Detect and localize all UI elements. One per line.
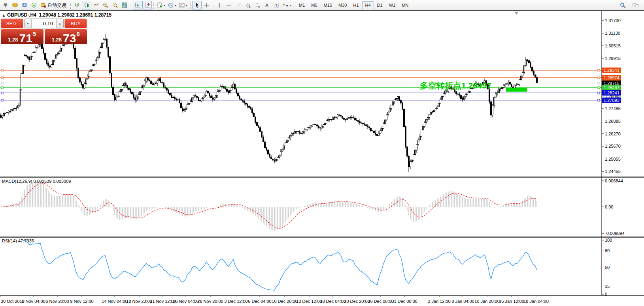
zoom-out-icon <box>112 2 118 8</box>
chat-button[interactable] <box>631 1 641 9</box>
text-icon: A <box>264 2 270 8</box>
sell-button[interactable]: SELL <box>1 19 23 28</box>
macd-pane-label: MACD(12,26,9) 0.002539 0.003009 <box>2 179 71 184</box>
auto-scroll-button[interactable] <box>133 1 142 9</box>
timeframe-M30[interactable]: M30 <box>335 1 350 9</box>
templates-button[interactable]: ▾ <box>178 1 189 9</box>
chevron-down-icon: ▾ <box>289 4 291 7</box>
buy-price-pip: 6 <box>76 31 79 37</box>
toolbar-separator <box>153 2 154 9</box>
timeframe-W1[interactable]: W1 <box>386 1 399 9</box>
timeframe-M15[interactable]: M15 <box>321 1 335 9</box>
order-icon <box>12 2 18 8</box>
chart-title: ▲GBPUSD-,H4 1.29048 1.29082 1.28691 1.28… <box>2 12 111 18</box>
equidistant-channel-icon: E <box>245 2 251 8</box>
sell-price-tile[interactable]: 1.28 71 5 <box>1 29 43 44</box>
sell-price-big: 71 <box>19 33 32 43</box>
horizontal-line-button[interactable] <box>224 1 234 9</box>
signals-button[interactable] <box>29 1 39 9</box>
candlestick-chart-button[interactable] <box>82 1 91 9</box>
fibonacci-icon: F <box>254 2 261 8</box>
bar-chart-button[interactable] <box>72 1 82 9</box>
cursor-icon <box>194 2 200 8</box>
sell-price-prefix: 1.28 <box>8 36 18 43</box>
arrows-button[interactable]: ▾ <box>281 1 292 9</box>
rsi-value: 47.7935 <box>18 238 34 243</box>
chevron-down-icon: ▾ <box>186 4 187 7</box>
cursor-button[interactable] <box>192 1 202 9</box>
new-order-button[interactable]: 单 <box>1 1 10 9</box>
line-chart-button[interactable] <box>91 1 101 9</box>
volume-increase-button[interactable]: ▲ <box>56 19 63 28</box>
horizontal-line-icon <box>226 2 232 8</box>
symbol-period-label: GBPUSD-,H4 <box>7 12 36 18</box>
volume-decrease-button[interactable]: ▼ <box>25 19 32 28</box>
templates-icon <box>179 2 185 8</box>
chart-annotation-text[interactable]: 多空转折点1.28497 <box>420 80 491 91</box>
one-click-trading-panel: SELL ▼ ▲ BUY 1.28 71 5 1.28 73 6 <box>1 19 87 44</box>
indicators-icon <box>157 2 163 8</box>
indicators-button[interactable]: ▾ <box>155 1 166 9</box>
toolbar-right <box>618 1 643 9</box>
chart-canvas[interactable] <box>0 0 644 306</box>
terminal-button[interactable] <box>20 1 29 9</box>
rsi-pane-label: RSI(14) 47.7935 <box>2 238 34 243</box>
toolbar-separator <box>190 2 191 9</box>
toolbar-separator <box>70 2 71 9</box>
timeframe-D1[interactable]: D1 <box>374 1 386 9</box>
candlestick-chart-icon <box>83 2 90 8</box>
tile-windows-icon <box>121 2 128 8</box>
timeframe-toolbar: M1M5M15M30H1H4D1W1MN <box>296 1 412 9</box>
vertical-line-icon <box>216 2 223 8</box>
fibonacci-button[interactable]: F <box>253 1 262 9</box>
autotrade-button[interactable]: 自动交易 <box>39 1 69 9</box>
macd-value-2: 0.003009 <box>53 179 71 184</box>
vertical-line-button[interactable] <box>215 1 224 9</box>
timeframe-M1[interactable]: M1 <box>296 1 308 9</box>
order-icon-button[interactable] <box>10 1 20 9</box>
new-order-label: 单 <box>2 2 9 9</box>
buy-button[interactable]: BUY <box>64 19 87 28</box>
signals-icon <box>31 2 37 8</box>
chevron-down-icon: ▾ <box>175 4 176 7</box>
chat-icon <box>632 2 640 8</box>
toolbar-separator <box>131 2 131 9</box>
text-tool-button[interactable]: A <box>262 1 272 9</box>
clock-icon <box>168 2 174 8</box>
chart-shift-button[interactable] <box>142 1 152 9</box>
auto-scroll-icon <box>134 2 141 8</box>
buy-price-tile[interactable]: 1.28 73 6 <box>45 29 87 44</box>
window-caret-icon: ▲ <box>2 13 6 17</box>
bar-chart-icon <box>74 2 80 8</box>
toolbar-separator <box>213 2 213 9</box>
tile-windows-button[interactable] <box>120 1 129 9</box>
svg-text:F: F <box>259 6 260 8</box>
timeframe-M5[interactable]: M5 <box>308 1 320 9</box>
periods-button[interactable]: ▾ <box>166 1 178 9</box>
line-chart-icon <box>93 2 99 8</box>
mt4-terminal: { "toolbar": { "left_label": "单", "autot… <box>0 0 644 306</box>
svg-text:A: A <box>265 3 268 8</box>
timeframe-H4[interactable]: H4 <box>362 1 374 9</box>
equidistant-channel-button[interactable]: E <box>243 1 253 9</box>
trendline-icon <box>235 2 242 8</box>
search-icon <box>619 2 626 9</box>
toolbar-separator <box>294 2 294 9</box>
main-toolbar: 单 自动交易 ▾ ▾ <box>0 0 644 10</box>
rsi-name: RSI(14) <box>2 238 17 243</box>
text-label-button[interactable]: T <box>272 1 281 9</box>
arrows-icon <box>282 2 289 8</box>
zoom-in-button[interactable] <box>101 1 110 9</box>
zoom-in-icon <box>102 2 109 8</box>
svg-text:E: E <box>249 6 251 8</box>
zoom-out-button[interactable] <box>110 1 120 9</box>
trendline-button[interactable] <box>234 1 243 9</box>
buy-price-big: 73 <box>63 33 76 43</box>
terminal-icon <box>21 2 28 8</box>
crosshair-button[interactable] <box>202 1 211 9</box>
timeframe-MN[interactable]: MN <box>398 1 412 9</box>
search-button[interactable] <box>618 1 627 9</box>
volume-input[interactable] <box>32 19 56 28</box>
sell-price-pip: 5 <box>33 31 36 37</box>
timeframe-H1[interactable]: H1 <box>350 1 362 9</box>
